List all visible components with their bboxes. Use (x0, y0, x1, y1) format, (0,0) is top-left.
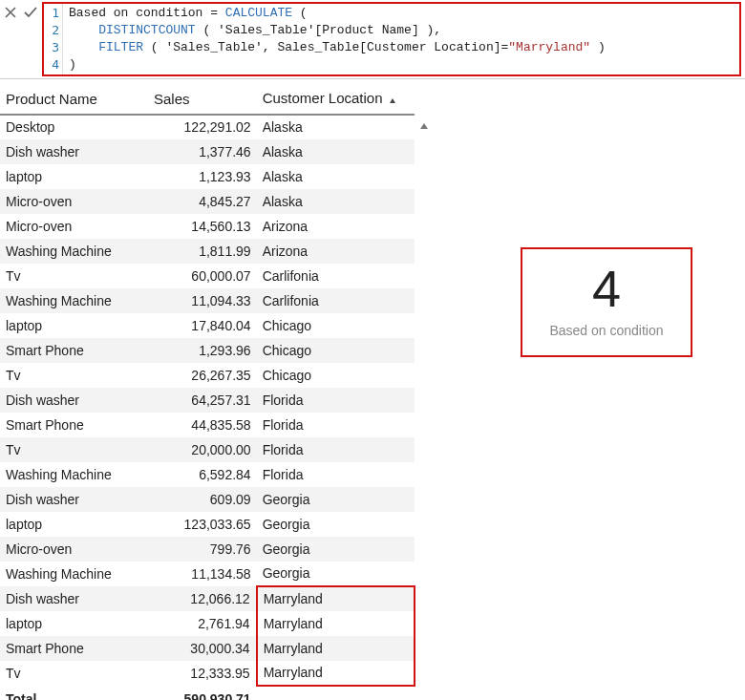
cell-product: Smart Phone (0, 338, 148, 363)
cell-location: Florida (257, 388, 415, 413)
card-visual-wrap: 4 Based on condition (521, 247, 692, 357)
cell-location: Alaska (257, 189, 415, 214)
cell-product: Dish washer (0, 388, 148, 413)
cell-sales: 2,761.94 (148, 611, 257, 636)
table-visual[interactable]: Product Name Sales Customer Location Des… (0, 85, 415, 700)
cell-product: Micro-oven (0, 214, 148, 239)
cell-location: Arizona (257, 239, 415, 264)
cell-location: Marryland (257, 636, 415, 661)
cell-product: laptop (0, 313, 148, 338)
table-row[interactable]: Tv12,333.95Marryland (0, 661, 415, 686)
column-header-product[interactable]: Product Name (0, 85, 148, 115)
table-row[interactable]: Smart Phone30,000.34Marryland (0, 636, 415, 661)
card-value: 4 (530, 261, 683, 317)
table-row[interactable]: laptop1,123.93Alaska (0, 164, 415, 189)
table-row[interactable]: laptop123,033.65Georgia (0, 512, 415, 537)
cell-sales: 609.09 (148, 487, 257, 512)
cell-sales: 60,000.07 (148, 264, 257, 288)
cell-sales: 11,094.33 (148, 288, 257, 313)
table-row[interactable]: Washing Machine6,592.84Florida (0, 462, 415, 487)
table-row[interactable]: Dish washer64,257.31Florida (0, 388, 415, 413)
cell-product: Micro-oven (0, 537, 148, 562)
cell-sales: 4,845.27 (148, 189, 257, 214)
cell-sales: 44,835.58 (148, 413, 257, 437)
table-row[interactable]: Micro-oven14,560.13Arizona (0, 214, 415, 239)
table-row[interactable]: Tv60,000.07Carlifonia (0, 264, 415, 288)
cell-sales: 6,592.84 (148, 462, 257, 487)
cell-location: Georgia (257, 537, 415, 562)
table-scrollbar[interactable] (417, 123, 431, 700)
cell-product: Washing Machine (0, 462, 148, 487)
cell-location: Florida (257, 462, 415, 487)
scroll-up-icon[interactable] (420, 123, 428, 129)
cell-sales: 123,033.65 (148, 512, 257, 537)
cell-product: Washing Machine (0, 562, 148, 586)
cell-product: Micro-oven (0, 189, 148, 214)
cell-location: Chicago (257, 338, 415, 363)
cell-sales: 1,377.46 (148, 139, 257, 164)
cell-sales: 1,811.99 (148, 239, 257, 264)
table-row[interactable]: Desktop122,291.02Alaska (0, 115, 415, 139)
cell-sales: 26,267.35 (148, 363, 257, 388)
column-header-sales[interactable]: Sales (148, 85, 257, 115)
formula-bar-row: 1234 Based on condition = CALCULATE ( DI… (0, 0, 745, 79)
data-table: Product Name Sales Customer Location Des… (0, 85, 415, 700)
table-row[interactable]: Smart Phone1,293.96Chicago (0, 338, 415, 363)
table-row[interactable]: Dish washer12,066.12Marryland (0, 586, 415, 611)
cell-sales: 1,293.96 (148, 338, 257, 363)
card-visual[interactable]: 4 Based on condition (521, 247, 692, 357)
cell-location: Florida (257, 413, 415, 437)
commit-icon[interactable] (23, 6, 38, 19)
cell-product: Washing Machine (0, 239, 148, 264)
cancel-icon[interactable] (4, 6, 17, 19)
cell-location: Alaska (257, 115, 415, 139)
table-row[interactable]: Washing Machine1,811.99Arizona (0, 239, 415, 264)
cell-sales: 12,066.12 (148, 586, 257, 611)
column-header-location[interactable]: Customer Location (257, 85, 415, 115)
cell-product: laptop (0, 611, 148, 636)
cell-product: Dish washer (0, 139, 148, 164)
table-row[interactable]: laptop2,761.94Marryland (0, 611, 415, 636)
table-total-row: Total590,930.71 (0, 686, 415, 700)
table-row[interactable]: Washing Machine11,134.58Georgia (0, 562, 415, 586)
cell-location: Marryland (257, 661, 415, 686)
cell-product: Tv (0, 661, 148, 686)
table-row[interactable]: Dish washer1,377.46Alaska (0, 139, 415, 164)
cell-location: Georgia (257, 562, 415, 586)
cell-sales: 20,000.00 (148, 437, 257, 462)
cell-product: Dish washer (0, 487, 148, 512)
cell-location: Carlifonia (257, 288, 415, 313)
table-row[interactable]: laptop17,840.04Chicago (0, 313, 415, 338)
table-row[interactable]: Dish washer609.09Georgia (0, 487, 415, 512)
formula-editor[interactable]: 1234 Based on condition = CALCULATE ( DI… (42, 2, 741, 76)
table-row[interactable]: Smart Phone44,835.58Florida (0, 413, 415, 437)
cell-location: Georgia (257, 512, 415, 537)
cell-location: Marryland (257, 586, 415, 611)
total-sales: 590,930.71 (148, 686, 257, 700)
cell-sales: 799.76 (148, 537, 257, 562)
cell-sales: 11,134.58 (148, 562, 257, 586)
cell-product: Tv (0, 264, 148, 288)
table-row[interactable]: Micro-oven799.76Georgia (0, 537, 415, 562)
cell-location: Florida (257, 437, 415, 462)
cell-product: Tv (0, 437, 148, 462)
cell-location: Alaska (257, 139, 415, 164)
cell-product: Desktop (0, 115, 148, 139)
table-row[interactable]: Tv20,000.00Florida (0, 437, 415, 462)
cell-product: Smart Phone (0, 636, 148, 661)
cell-product: laptop (0, 512, 148, 537)
cell-location: Arizona (257, 214, 415, 239)
cell-product: Smart Phone (0, 413, 148, 437)
scroll-track[interactable] (420, 131, 428, 700)
sort-asc-icon (389, 92, 396, 108)
cell-sales: 1,123.93 (148, 164, 257, 189)
cell-location: Alaska (257, 164, 415, 189)
cell-product: Washing Machine (0, 288, 148, 313)
total-label: Total (0, 686, 148, 700)
formula-code[interactable]: Based on condition = CALCULATE ( DISTINC… (63, 4, 739, 74)
formula-line-numbers: 1234 (44, 4, 63, 74)
cell-location: Georgia (257, 487, 415, 512)
table-row[interactable]: Washing Machine11,094.33Carlifonia (0, 288, 415, 313)
table-row[interactable]: Micro-oven4,845.27Alaska (0, 189, 415, 214)
table-row[interactable]: Tv26,267.35Chicago (0, 363, 415, 388)
